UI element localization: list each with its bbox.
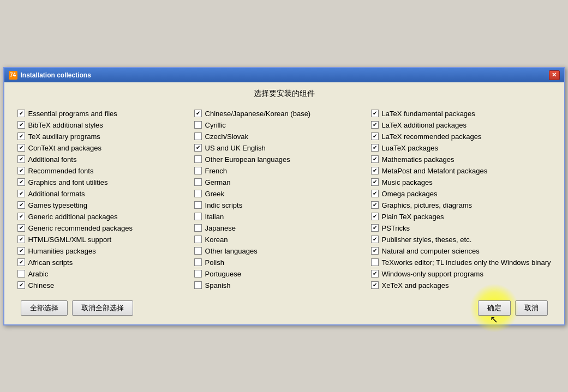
checkbox-13[interactable] (194, 258, 202, 266)
list-item[interactable]: Omega packages (369, 189, 553, 199)
checkbox-7[interactable] (371, 190, 379, 197)
list-item[interactable]: BibTeX additional styles (15, 120, 192, 130)
list-item[interactable]: German (192, 177, 369, 188)
list-item[interactable]: Chinese (15, 280, 192, 291)
checkbox-13[interactable] (371, 258, 379, 266)
checkbox-2[interactable] (17, 132, 25, 140)
checkbox-3[interactable] (17, 144, 25, 152)
list-item[interactable]: Japanese (192, 223, 369, 233)
checkbox-0[interactable] (371, 110, 379, 117)
checkbox-10[interactable] (371, 224, 379, 232)
list-item[interactable]: US and UK English (192, 143, 369, 153)
checkbox-10[interactable] (194, 224, 202, 232)
list-item[interactable]: Graphics and font utilities (15, 177, 192, 188)
list-item[interactable]: Polish (192, 257, 369, 268)
checkbox-8[interactable] (17, 201, 25, 209)
list-item[interactable]: Indic scripts (192, 200, 369, 210)
list-item[interactable]: LaTeX additional packages (369, 120, 553, 130)
list-item[interactable]: Essential programs and files (15, 108, 192, 119)
checkbox-5[interactable] (194, 167, 202, 174)
checkbox-14[interactable] (17, 270, 25, 278)
list-item[interactable]: Additional formats (15, 189, 192, 199)
checkbox-15[interactable] (371, 281, 379, 289)
list-item[interactable]: Korean (192, 234, 369, 245)
list-item[interactable]: Czech/Slovak (192, 131, 369, 142)
list-item[interactable]: Generic recommended packages (15, 223, 192, 233)
checkbox-7[interactable] (17, 190, 25, 197)
deselect-all-button[interactable]: 取消全部选择 (72, 300, 133, 316)
checkbox-12[interactable] (194, 247, 202, 255)
checkbox-13[interactable] (17, 258, 25, 266)
list-item[interactable]: Graphics, pictures, diagrams (369, 200, 553, 210)
checkbox-1[interactable] (17, 121, 25, 129)
list-item[interactable]: PSTricks (369, 223, 553, 233)
close-button[interactable]: ✕ (549, 70, 560, 80)
list-item[interactable]: Music packages (369, 177, 553, 188)
list-item[interactable]: Recommended fonts (15, 166, 192, 176)
checkbox-4[interactable] (371, 155, 379, 163)
checkbox-8[interactable] (371, 201, 379, 209)
checkbox-6[interactable] (17, 178, 25, 186)
list-item[interactable]: Italian (192, 212, 369, 222)
list-item[interactable]: LuaTeX packages (369, 143, 553, 153)
checkbox-11[interactable] (194, 236, 202, 243)
checkbox-12[interactable] (17, 247, 25, 255)
list-item[interactable]: Other European languages (192, 154, 369, 165)
checkbox-10[interactable] (17, 224, 25, 232)
list-item[interactable]: LaTeX recommended packages (369, 131, 553, 142)
checkbox-0[interactable] (17, 110, 25, 117)
checkbox-5[interactable] (17, 167, 25, 174)
checkbox-9[interactable] (371, 213, 379, 220)
checkbox-11[interactable] (17, 236, 25, 243)
list-item[interactable]: French (192, 166, 369, 176)
checkbox-15[interactable] (194, 281, 202, 289)
checkbox-6[interactable] (371, 178, 379, 186)
list-item[interactable]: Arabic (15, 269, 192, 279)
checkbox-12[interactable] (371, 247, 379, 255)
checkbox-6[interactable] (194, 178, 202, 186)
list-item[interactable]: African scripts (15, 257, 192, 268)
checkbox-7[interactable] (194, 190, 202, 197)
list-item[interactable]: Windows-only support programs (369, 269, 553, 279)
checkbox-14[interactable] (194, 270, 202, 278)
checkbox-9[interactable] (17, 213, 25, 220)
checkbox-4[interactable] (17, 155, 25, 163)
checkbox-3[interactable] (371, 144, 379, 152)
list-item[interactable]: Portuguese (192, 269, 369, 279)
list-item[interactable]: Generic additional packages (15, 212, 192, 222)
checkbox-11[interactable] (371, 236, 379, 243)
checkbox-8[interactable] (194, 201, 202, 209)
list-item[interactable]: Greek (192, 189, 369, 199)
list-item[interactable]: Plain TeX packages (369, 212, 553, 222)
list-item[interactable]: Additional fonts (15, 154, 192, 165)
checkbox-15[interactable] (17, 281, 25, 289)
list-item[interactable]: MetaPost and Metafont packages (369, 166, 553, 176)
list-item[interactable]: HTML/SGML/XML support (15, 234, 192, 245)
checkbox-0[interactable] (194, 110, 202, 117)
list-item[interactable]: Games typesetting (15, 200, 192, 210)
list-item[interactable]: Humanities packages (15, 246, 192, 256)
list-item[interactable]: TeX auxiliary programs (15, 131, 192, 142)
cancel-button[interactable]: 取消 (515, 300, 548, 316)
select-all-button[interactable]: 全部选择 (21, 300, 68, 316)
checkbox-4[interactable] (194, 155, 202, 163)
list-item[interactable]: Other languages (192, 246, 369, 256)
checkbox-1[interactable] (194, 121, 202, 129)
list-item[interactable]: TeXworks editor; TL includes only the Wi… (369, 257, 553, 268)
list-item[interactable]: Mathematics packages (369, 154, 553, 165)
list-item[interactable]: ConTeXt and packages (15, 143, 192, 153)
checkbox-2[interactable] (194, 132, 202, 140)
list-item[interactable]: Cyrillic (192, 120, 369, 130)
checkbox-1[interactable] (371, 121, 379, 129)
checkbox-3[interactable] (194, 144, 202, 152)
list-item[interactable]: Publisher styles, theses, etc. (369, 234, 553, 245)
checkbox-14[interactable] (371, 270, 379, 278)
checkbox-5[interactable] (371, 167, 379, 174)
list-item[interactable]: Chinese/Japanese/Korean (base) (192, 108, 369, 119)
list-item[interactable]: XeTeX and packages (369, 280, 553, 291)
checkbox-2[interactable] (371, 132, 379, 140)
checkbox-9[interactable] (194, 213, 202, 220)
list-item[interactable]: LaTeX fundamental packages (369, 108, 553, 119)
list-item[interactable]: Spanish (192, 280, 369, 291)
list-item[interactable]: Natural and computer sciences (369, 246, 553, 256)
